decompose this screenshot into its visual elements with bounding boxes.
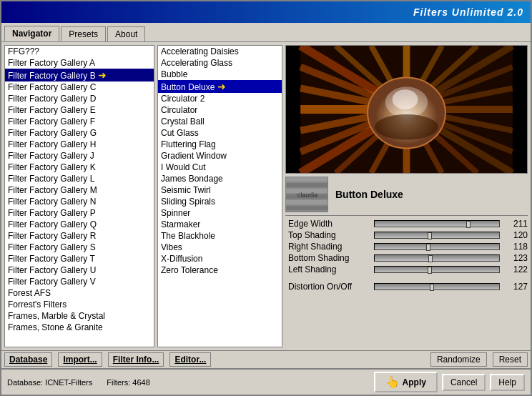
filters-value: 4648 [132, 378, 149, 387]
filter-item[interactable]: Circulator [158, 104, 282, 116]
param-slider[interactable] [374, 283, 500, 290]
svg-point-28 [375, 114, 438, 140]
param-value: 120 [503, 230, 528, 240]
thumbnail-row: claudia Button Deluxe [285, 177, 528, 212]
params-area: Edge Width211Top Shading120Right Shading… [285, 215, 528, 293]
list-item[interactable]: Filter Factory Gallery C [5, 81, 154, 93]
list-item[interactable]: Frames, Marble & Crystal [5, 310, 154, 322]
filter-item[interactable]: Spinner [158, 207, 282, 219]
apply-button[interactable]: 👆 Apply [374, 372, 438, 392]
editor-button[interactable]: Editor... [169, 352, 211, 367]
reset-button[interactable]: Reset [493, 352, 528, 367]
filter-item[interactable]: Vibes [158, 242, 282, 253]
list-item[interactable]: Filter Factory Gallery P [5, 207, 154, 219]
hand-cursor-icon: 👆 [385, 375, 400, 389]
list-item[interactable]: Filter Factory Gallery S [5, 242, 154, 253]
list-item[interactable]: Filter Factory Gallery R [5, 230, 154, 242]
list-item[interactable]: Filter Factory Gallery L [5, 173, 154, 184]
help-button[interactable]: Help [490, 374, 525, 391]
filter-item[interactable]: Gradient Window [158, 150, 282, 162]
status-bar: Database: ICNET-Filters Filters: 4648 👆 … [1, 368, 531, 395]
list-item[interactable]: Filter Factory Gallery B ➜ [5, 69, 154, 81]
param-value: 118 [503, 242, 528, 252]
filters-status: Filters: 4648 [107, 378, 150, 387]
param-slider[interactable] [374, 254, 500, 262]
param-slider[interactable] [374, 243, 500, 250]
param-value: 211 [503, 219, 528, 229]
filter-item[interactable]: Cut Glass [158, 127, 282, 139]
filter-item[interactable]: X-Diffusion [158, 253, 282, 264]
right-panel: Accelerating DaisiesAccelerating GlassBu… [157, 45, 528, 347]
list-item[interactable]: Filter Factory Gallery F [5, 116, 154, 127]
list-item[interactable]: Filter Factory Gallery A [5, 57, 154, 69]
list-item[interactable]: Filter Factory Gallery D [5, 93, 154, 104]
slider-thumb [426, 244, 430, 251]
param-value: 122 [503, 264, 528, 274]
list-item[interactable]: Filter Factory Gallery V [5, 276, 154, 287]
bottom-toolbar: Database Import... Filter Info... Editor… [1, 350, 531, 368]
list-item[interactable]: Filter Factory Gallery H [5, 139, 154, 150]
title-bar-text: Filters Unlimited 2.0 [413, 6, 523, 18]
randomize-button[interactable]: Randomize [430, 352, 487, 367]
filter-item[interactable]: The Blackhole [158, 230, 282, 242]
list-item[interactable]: Forrest's Filters [5, 299, 154, 310]
database-button[interactable]: Database [4, 352, 52, 367]
filter-item[interactable]: Starmaker [158, 219, 282, 230]
param-label: Right Shading [285, 242, 371, 252]
filter-item[interactable]: Bubble [158, 69, 282, 80]
filter-item[interactable]: Seismic Twirl [158, 184, 282, 196]
svg-rect-36 [286, 206, 328, 210]
svg-rect-35 [286, 200, 328, 204]
svg-rect-31 [286, 177, 328, 182]
filter-item[interactable]: Accelerating Glass [158, 57, 282, 69]
param-row: Edge Width211 [285, 219, 528, 229]
main-window: Filters Unlimited 2.0 Navigator Presets … [0, 0, 532, 396]
filter-item[interactable]: Fluttering Flag [158, 139, 282, 150]
filter-item[interactable]: Button Deluxe ➜ [158, 80, 282, 93]
filter-name-display: Button Deluxe [332, 186, 528, 203]
list-item[interactable]: Filter Factory Gallery U [5, 264, 154, 276]
param-row: Distortion On/Off127 [285, 282, 528, 292]
filter-info-button[interactable]: Filter Info... [108, 352, 164, 367]
import-button[interactable]: Import... [58, 352, 102, 367]
title-bar: Filters Unlimited 2.0 [1, 1, 531, 23]
param-row: Top Shading120 [285, 230, 528, 240]
category-list[interactable]: FFG???Filter Factory Gallery AFilter Fac… [5, 46, 154, 347]
list-item[interactable]: Forest AFS [5, 287, 154, 299]
param-label: Distortion On/Off [285, 282, 371, 292]
param-slider[interactable] [374, 220, 500, 227]
list-item[interactable]: Filter Factory Gallery T [5, 253, 154, 264]
tab-presets[interactable]: Presets [61, 26, 106, 41]
param-slider[interactable] [374, 232, 500, 239]
apply-area: 👆 Apply Cancel Help [374, 372, 525, 392]
tab-navigator[interactable]: Navigator [4, 26, 59, 41]
list-item[interactable]: Filter Factory Gallery K [5, 162, 154, 173]
filter-item[interactable]: James Bondage [158, 173, 282, 184]
param-row: Right Shading118 [285, 242, 528, 252]
param-label: Left Shading [285, 264, 371, 274]
filter-item[interactable]: Sliding Spirals [158, 196, 282, 207]
param-value: 123 [503, 253, 528, 263]
list-item[interactable]: FFG??? [5, 46, 154, 57]
param-label: Top Shading [285, 230, 371, 240]
filter-list[interactable]: Accelerating DaisiesAccelerating GlassBu… [157, 45, 282, 347]
list-item[interactable]: Filter Factory Gallery J [5, 150, 154, 162]
tab-about[interactable]: About [107, 26, 145, 41]
list-item[interactable]: Filter Factory Gallery Q [5, 219, 154, 230]
preview-image [285, 45, 528, 174]
slider-thumb [466, 221, 471, 228]
filter-item[interactable]: I Would Cut [158, 162, 282, 173]
list-item[interactable]: Filter Factory Gallery G [5, 127, 154, 139]
list-item[interactable]: Filter Factory Gallery N [5, 196, 154, 207]
filter-item[interactable]: Accelerating Daisies [158, 46, 282, 57]
param-slider[interactable] [374, 266, 500, 273]
filter-item[interactable]: Zero Tolerance [158, 264, 282, 276]
list-item[interactable]: Filter Factory Gallery E [5, 104, 154, 116]
param-row: Bottom Shading123 [285, 253, 528, 263]
filter-item[interactable]: Crystal Ball [158, 116, 282, 127]
filter-item[interactable]: Circulator 2 [158, 93, 282, 104]
list-item[interactable]: Filter Factory Gallery M [5, 184, 154, 196]
param-label: Edge Width [285, 219, 371, 229]
cancel-button[interactable]: Cancel [442, 374, 486, 391]
list-item[interactable]: Frames, Stone & Granite [5, 322, 154, 333]
